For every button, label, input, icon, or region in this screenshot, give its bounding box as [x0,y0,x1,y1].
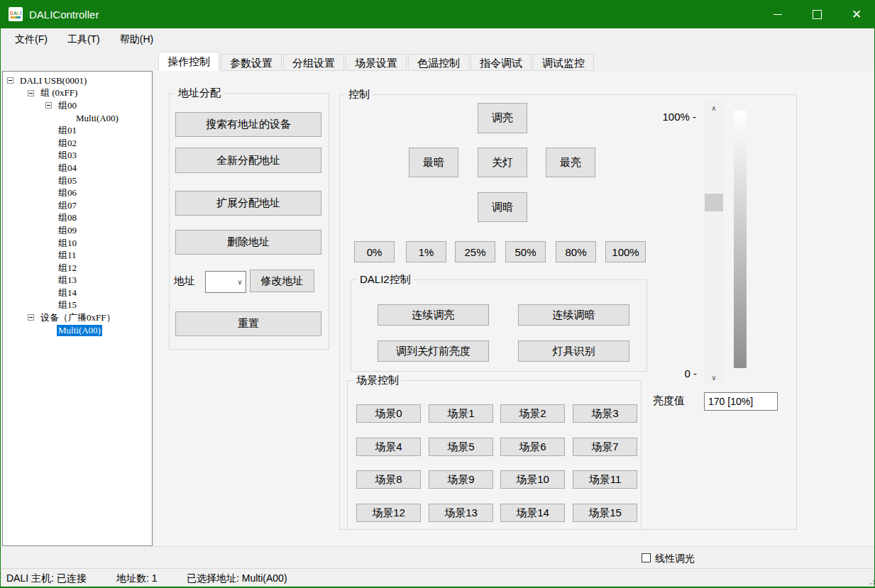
menu-item-tools[interactable]: 工具(T) [57,29,110,50]
scene-10-button[interactable]: 场景10 [500,470,565,489]
tree-item-label[interactable]: 组00 [57,100,78,111]
scrollbar-thumb[interactable] [705,194,723,211]
tree-item[interactable]: 组15 [3,299,152,312]
percent-50-button[interactable]: 50% [505,241,546,262]
continuous-dim-up-button[interactable]: 连续调亮 [378,304,489,326]
tab-debug-monitor[interactable]: 调试监控 [533,54,594,71]
tree-item-label[interactable]: 组 (0xFF) [39,87,79,99]
assign-new-address-button[interactable]: 全新分配地址 [175,148,321,173]
lamp-off-button[interactable]: 关灯 [478,148,527,177]
tree-item-label[interactable]: 组15 [57,299,78,311]
scene-1-button[interactable]: 场景1 [429,404,493,423]
tree-item-label[interactable]: 组03 [57,150,78,161]
tree-item[interactable]: 组05 [3,174,152,187]
percent-100-button[interactable]: 100% [605,241,646,262]
tree-item[interactable]: DALI USB(0001) [3,74,152,87]
tree-item-label[interactable]: 组08 [57,212,78,223]
scene-12-button[interactable]: 场景12 [356,504,421,522]
tree-item-label[interactable]: 组11 [57,250,78,261]
tree-item-label[interactable]: 组04 [57,162,78,174]
tree-item-label[interactable]: 组13 [57,274,78,286]
scene-2-button[interactable]: 场景2 [500,404,565,423]
scene-0-button[interactable]: 场景0 [356,404,421,423]
tree-item-label[interactable]: 组14 [57,287,78,299]
recall-last-level-button[interactable]: 调到关灯前亮度 [378,340,489,362]
collapse-icon[interactable] [7,77,13,84]
maximize-button[interactable] [800,0,833,28]
scroll-up-icon[interactable]: ∧ [704,102,724,114]
percent-1-button[interactable]: 1% [406,241,446,262]
tree-item[interactable]: 组10 [3,237,152,250]
tree-item[interactable]: Multi(A00) [3,112,152,125]
tree-item[interactable]: 组02 [3,137,152,150]
collapse-icon[interactable] [45,102,52,109]
address-combobox[interactable]: ∨ [205,271,246,293]
scene-9-button[interactable]: 场景9 [429,470,493,489]
tree-item[interactable]: 组01 [3,124,152,137]
percent-80-button[interactable]: 80% [556,241,596,262]
resize-grip-icon[interactable] [870,577,871,579]
tree-item-label[interactable]: 组10 [57,238,78,249]
tree-item[interactable]: Multi(A00) [3,324,152,337]
lamp-identify-button[interactable]: 灯具识别 [518,340,629,362]
max-level-button[interactable]: 最亮 [546,148,595,177]
tree-item[interactable]: 组14 [3,287,152,299]
tree-item-label[interactable]: Multi(A00) [75,113,120,124]
tree-item[interactable]: 组08 [3,212,152,225]
tree-item[interactable]: 设备（广播0xFF） [3,311,152,324]
tab-parameters[interactable]: 参数设置 [221,54,282,71]
collapse-icon[interactable] [28,90,34,96]
tree-item[interactable]: 组04 [3,162,152,174]
tab-color-temp[interactable]: 色温控制 [408,54,469,71]
reset-button[interactable]: 重置 [175,311,321,336]
menu-item-file[interactable]: 文件(F) [5,29,57,50]
scene-13-button[interactable]: 场景13 [429,504,493,522]
menu-item-help[interactable]: 帮助(H) [110,29,163,50]
linear-dimming-checkbox[interactable] [642,553,651,562]
tab-scene-setup[interactable]: 场景设置 [346,54,407,71]
tree-item-label[interactable]: Multi(A00) [57,325,102,336]
tree-item[interactable]: 组03 [3,150,152,162]
tree-item-label[interactable]: 组09 [57,225,78,236]
close-button[interactable]: ✕ [840,0,873,28]
scene-8-button[interactable]: 场景8 [356,470,421,489]
scene-15-button[interactable]: 场景15 [573,504,637,522]
brightness-scrollbar[interactable]: ∧ ∨ [704,102,724,384]
scene-5-button[interactable]: 场景5 [429,438,493,456]
delete-address-button[interactable]: 删除地址 [175,230,321,255]
tree-item-label[interactable]: 组05 [57,175,78,187]
tree-item-label[interactable]: DALI USB(0001) [18,75,88,87]
tree-item[interactable]: 组06 [3,187,152,199]
dim-up-button[interactable]: 调亮 [478,103,527,133]
scene-3-button[interactable]: 场景3 [573,404,637,423]
tree-item[interactable]: 组00 [3,99,152,112]
scene-11-button[interactable]: 场景11 [573,470,637,489]
min-level-button[interactable]: 最暗 [409,148,458,177]
brightness-value-box[interactable]: 170 [10%] [704,392,778,411]
scene-4-button[interactable]: 场景4 [356,438,421,456]
tree-item-label[interactable]: 组12 [57,262,78,274]
tree-item[interactable]: 组07 [3,199,152,212]
dim-down-button[interactable]: 调暗 [478,192,527,222]
modify-address-button[interactable]: 修改地址 [250,270,314,292]
tab-command-debug[interactable]: 指令调试 [470,54,532,71]
tree-item[interactable]: 组12 [3,262,152,274]
tree-item-label[interactable]: 组01 [57,125,78,136]
tree-item[interactable]: 组 (0xFF) [3,87,152,100]
tree-item-label[interactable]: 组02 [57,138,78,149]
scene-7-button[interactable]: 场景7 [573,438,637,456]
percent-0-button[interactable]: 0% [354,241,395,262]
scene-14-button[interactable]: 场景14 [500,504,565,522]
tree-item-label[interactable]: 组06 [57,187,78,199]
tree-item[interactable]: 组13 [3,274,152,287]
scene-6-button[interactable]: 场景6 [500,438,565,456]
tree-item[interactable]: 组09 [3,224,152,237]
tree-item-label[interactable]: 组07 [57,200,78,211]
continuous-dim-down-button[interactable]: 连续调暗 [518,304,629,326]
tree-item[interactable]: 组11 [3,249,152,262]
tab-operation[interactable]: 操作控制 [158,52,219,71]
percent-25-button[interactable]: 25% [455,241,495,262]
minimize-button[interactable] [761,0,794,28]
tab-grouping[interactable]: 分组设置 [283,54,344,71]
search-addressed-devices-button[interactable]: 搜索有地址的设备 [175,112,321,137]
